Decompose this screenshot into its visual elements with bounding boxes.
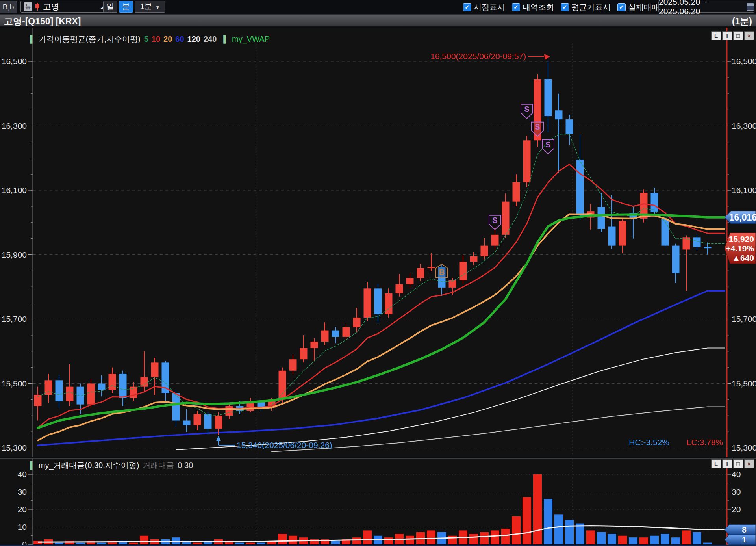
legend-bar-icon: ▌ — [30, 35, 35, 43]
panel-window-buttons: L I □ × — [711, 31, 754, 40]
svg-text:15,920: 15,920 — [729, 234, 754, 243]
svg-text:15,300: 15,300 — [2, 443, 27, 452]
svg-text:15,300: 15,300 — [732, 443, 756, 452]
checkbox-avg-price[interactable]: ✓ 평균가표시 — [561, 2, 611, 13]
svg-text:16,500: 16,500 — [2, 57, 27, 66]
page-title: 고영-[Q150] [KRX] — [4, 16, 81, 26]
svg-text:▲640: ▲640 — [732, 253, 754, 262]
svg-text:+4.19%: +4.19% — [726, 244, 754, 253]
svg-text:HC:-3.52%: HC:-3.52% — [629, 438, 669, 447]
price-chart-canvas[interactable]: 16,50016,50016,30016,30016,10016,10015,9… — [0, 28, 756, 457]
chart-titlebar: (1분) 고영-[Q150] [KRX] — [0, 15, 756, 27]
checkbox-timepoint[interactable]: ✓ 시점표시 — [463, 2, 505, 13]
date-range-value: 2025.05.20 ~ 2025.06.20 — [659, 0, 743, 16]
svg-text:S: S — [524, 105, 529, 113]
ma-period-label: 20 — [163, 35, 172, 43]
checkbox-checked-icon: ✓ — [617, 3, 626, 11]
stock-selector[interactable]: 뉴 고영 ◢ — [20, 1, 107, 13]
vwap-legend-label: my_VWAP — [232, 35, 270, 44]
volume-legend-label: my_거래대금(0,30,지수이평) — [39, 460, 139, 471]
link-button[interactable]: L — [711, 459, 721, 468]
calendar-icon — [747, 3, 754, 11]
checkbox-label: 내역조회 — [523, 2, 554, 13]
candle-icon — [35, 3, 40, 11]
ma-period-label: 60 — [175, 35, 184, 43]
price-chart-legend: ▌ 가격이동평균(종가,지수이평) 5102060120240 ▌ my_VWA… — [30, 34, 270, 45]
ma-legend-label: 가격이동평균(종가,지수이평) — [39, 34, 141, 45]
svg-text:S: S — [545, 140, 550, 149]
svg-text:LC:3.78%: LC:3.78% — [687, 438, 723, 447]
interval-dropdown[interactable]: 1분▼ — [135, 1, 165, 13]
svg-text:16,100: 16,100 — [732, 186, 756, 195]
legend-bar-icon: ▌ — [30, 461, 35, 470]
svg-text:S: S — [492, 216, 497, 225]
svg-text:15,700: 15,700 — [732, 314, 756, 323]
svg-text:8: 8 — [742, 525, 747, 534]
ma-periods: 5102060120240 — [144, 35, 220, 44]
link-button[interactable]: L — [711, 31, 721, 40]
svg-text:16,500: 16,500 — [732, 57, 756, 66]
legend-bar-icon: ▌ — [223, 35, 228, 43]
checkbox-history[interactable]: ✓ 내역조회 — [512, 2, 554, 13]
close-button[interactable]: × — [744, 31, 754, 40]
minute-button[interactable]: 분 — [119, 1, 133, 13]
svg-text:40: 40 — [732, 470, 741, 479]
svg-text:16,100: 16,100 — [2, 186, 27, 195]
svg-text:B: B — [439, 268, 445, 277]
indicator-button[interactable]: I — [722, 31, 732, 40]
price-chart-panel: 16,50016,50016,30016,30016,10016,10015,9… — [0, 28, 756, 457]
checkbox-label: 평균가표시 — [571, 2, 611, 13]
ma-period-label: 10 — [152, 35, 160, 43]
volume-chart-panel: 40403030202010100081 ▌ my_거래대금(0,30,지수이평… — [0, 458, 756, 546]
svg-text:20: 20 — [732, 505, 741, 514]
stock-name: 고영 — [43, 1, 59, 12]
interval-badge: (1분) — [732, 15, 752, 27]
svg-text:1: 1 — [742, 535, 747, 544]
indicator-button[interactable]: I — [722, 459, 732, 468]
svg-text:16,300: 16,300 — [732, 121, 756, 130]
svg-text:15,500: 15,500 — [732, 379, 756, 388]
new-stock-icon: 뉴 — [24, 2, 32, 11]
svg-text:16,300: 16,300 — [2, 121, 27, 130]
svg-text:15,500: 15,500 — [2, 379, 27, 388]
app-window: B,b 뉴 고영 ◢ 일 분 1분▼ ✓ 시점표시 ✓ 내역조회 ✓ — [0, 0, 756, 546]
svg-text:10: 10 — [18, 522, 27, 531]
ma-period-label: 5 — [144, 35, 148, 43]
checkbox-checked-icon: ✓ — [561, 3, 569, 11]
volume-chart-legend: ▌ my_거래대금(0,30,지수이평) 거래대금 0 30 — [30, 460, 193, 471]
chart-toolbar: B,b 뉴 고영 ◢ 일 분 1분▼ ✓ 시점표시 ✓ 내역조회 ✓ — [0, 0, 756, 15]
ma-period-label: 120 — [187, 35, 200, 43]
svg-text:16,500(2025/06/20-09:57): 16,500(2025/06/20-09:57) — [430, 52, 526, 61]
close-button[interactable]: × — [744, 459, 754, 468]
checkbox-checked-icon: ✓ — [512, 3, 520, 11]
daily-button[interactable]: 일 — [103, 1, 117, 13]
toolbar-options: ✓ 시점표시 ✓ 내역조회 ✓ 평균가표시 ✓ 실제매매가표시 — [463, 0, 690, 14]
interval-value: 1분 — [140, 2, 152, 11]
caret-down-icon: ▼ — [156, 5, 160, 10]
svg-text:40: 40 — [18, 470, 27, 479]
svg-text:30: 30 — [18, 487, 27, 496]
svg-text:15,700: 15,700 — [2, 314, 27, 323]
svg-text:S: S — [535, 123, 540, 131]
maximize-button[interactable]: □ — [733, 459, 743, 468]
volume-chart-canvas[interactable]: 40403030202010100081 — [0, 459, 756, 546]
svg-text:30: 30 — [732, 487, 741, 496]
svg-text:20: 20 — [18, 505, 27, 514]
date-range-picker[interactable]: 2025.05.20 ~ 2025.06.20 — [658, 1, 754, 13]
checkbox-label: 시점표시 — [474, 2, 505, 13]
volume-legend-params: 0 30 — [178, 461, 193, 470]
checkbox-checked-icon: ✓ — [463, 3, 471, 11]
svg-text:16,016: 16,016 — [729, 212, 756, 223]
corner-tab[interactable]: B,b — [0, 1, 17, 13]
ma-period-label: 240 — [204, 35, 217, 43]
svg-text:15,340(2025/06/20-09:26): 15,340(2025/06/20-09:26) — [237, 440, 332, 449]
volume-legend-dim: 거래대금 — [143, 460, 174, 471]
maximize-button[interactable]: □ — [733, 31, 743, 40]
panel-window-buttons: L I □ × — [711, 459, 754, 468]
svg-text:15,900: 15,900 — [2, 250, 27, 259]
